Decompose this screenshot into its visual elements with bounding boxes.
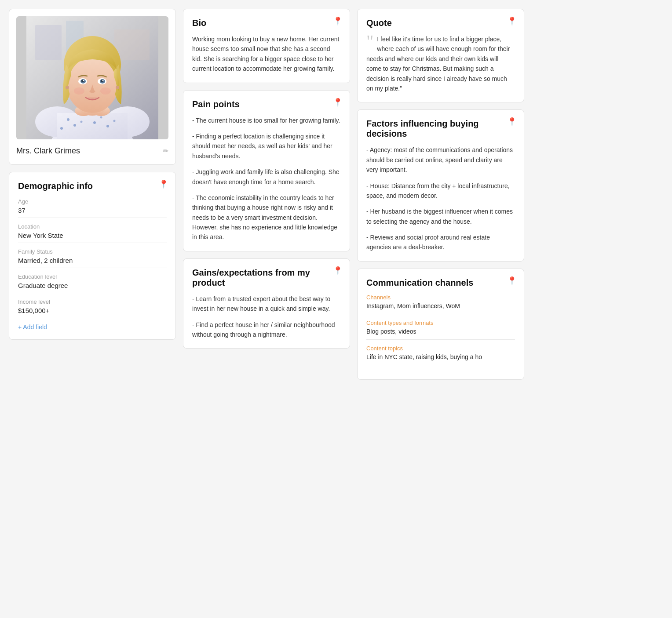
pin-icon-quote[interactable]: 📍 xyxy=(507,16,517,26)
svg-point-14 xyxy=(93,121,96,124)
bio-title: Bio xyxy=(192,18,341,28)
pain-point-2: - Finding a perfect location is challeng… xyxy=(192,131,341,161)
pin-icon-factors[interactable]: 📍 xyxy=(507,117,517,127)
profile-name-row: Mrs. Clark Grimes ✏ xyxy=(16,145,168,157)
svg-point-13 xyxy=(80,121,83,123)
location-field: Location New York State xyxy=(18,223,167,243)
svg-point-33 xyxy=(74,87,84,95)
bio-card: 📍 Bio Working mom looking to buy a new h… xyxy=(183,9,350,83)
factors-card: 📍 Factors influencing buying decisions -… xyxy=(357,109,524,262)
income-field: Income level $150,000+ xyxy=(18,298,167,318)
content-topics-value: Life in NYC state, raising kids, buying … xyxy=(366,353,515,365)
svg-point-35 xyxy=(66,86,69,89)
factors-body: - Agency: most of the communications and… xyxy=(366,145,515,252)
income-value: $150,000+ xyxy=(18,307,167,318)
communication-card: 📍 Communication channels Channels Instag… xyxy=(357,269,524,380)
svg-point-34 xyxy=(100,87,111,95)
content-types-value: Blog posts, videos xyxy=(366,328,515,340)
pin-icon-pain-points[interactable]: 📍 xyxy=(333,98,343,107)
gains-body: - Learn from a trusted expert about the … xyxy=(192,294,341,340)
edit-icon[interactable]: ✏ xyxy=(163,147,168,155)
pain-points-title: Pain points xyxy=(192,99,341,109)
left-column: Mrs. Clark Grimes ✏ 📍 Demographic info A… xyxy=(9,9,176,380)
svg-point-32 xyxy=(102,80,104,81)
family-status-label: Family Status xyxy=(18,248,167,255)
channels-field: Channels Instagram, Mom influencers, WoM xyxy=(366,294,515,314)
svg-point-18 xyxy=(60,127,63,130)
svg-point-11 xyxy=(67,118,69,121)
gain-2: - Find a perfect house in her / similar … xyxy=(192,320,341,340)
pin-icon-demographic[interactable]: 📍 xyxy=(159,179,168,189)
gains-card: 📍 Gains/expectations from my product - L… xyxy=(183,258,350,349)
factor-2: - House: Distance from the city + local … xyxy=(366,181,515,201)
svg-point-36 xyxy=(116,86,119,89)
svg-point-15 xyxy=(100,116,102,119)
pain-point-3: - Juggling work and family life is also … xyxy=(192,167,341,187)
pin-icon-gains[interactable]: 📍 xyxy=(333,266,343,276)
profile-image xyxy=(16,16,168,139)
content-topics-label: Content topics xyxy=(366,345,515,352)
pain-points-body: - The current house is too small for her… xyxy=(192,116,341,242)
add-field-button[interactable]: + Add field xyxy=(18,324,47,331)
education-label: Education level xyxy=(18,273,167,280)
quote-mark: " xyxy=(366,33,373,50)
svg-rect-4 xyxy=(114,29,150,60)
profile-name: Mrs. Clark Grimes xyxy=(16,146,80,156)
income-label: Income level xyxy=(18,298,167,305)
family-status-value: Married, 2 children xyxy=(18,257,167,268)
quote-text: I feel like it's time for us to find a b… xyxy=(366,36,510,92)
age-value: 37 xyxy=(18,207,167,218)
svg-rect-10 xyxy=(57,113,128,139)
content-topics-field: Content topics Life in NYC state, raisin… xyxy=(366,345,515,365)
profile-image-container xyxy=(16,16,168,139)
gain-1: - Learn from a trusted expert about the … xyxy=(192,294,341,314)
demographic-title: Demographic info xyxy=(18,181,167,191)
middle-column: 📍 Bio Working mom looking to buy a new h… xyxy=(183,9,350,380)
education-value: Graduate degree xyxy=(18,282,167,293)
factors-title: Factors influencing buying decisions xyxy=(366,119,515,139)
pain-points-card: 📍 Pain points - The current house is too… xyxy=(183,90,350,251)
svg-point-17 xyxy=(113,120,116,122)
demographic-card: 📍 Demographic info Age 37 Location New Y… xyxy=(9,172,176,340)
communication-title: Communication channels xyxy=(366,278,515,288)
gains-title: Gains/expectations from my product xyxy=(192,268,341,288)
channels-value: Instagram, Mom influencers, WoM xyxy=(366,302,515,314)
factor-4: - Reviews and social proof around real e… xyxy=(366,233,515,252)
profile-card: Mrs. Clark Grimes ✏ xyxy=(9,9,176,165)
location-label: Location xyxy=(18,223,167,230)
pin-icon-communication[interactable]: 📍 xyxy=(507,276,517,286)
quote-card: 📍 Quote " I feel like it's time for us t… xyxy=(357,9,524,102)
svg-point-31 xyxy=(83,80,84,81)
education-field: Education level Graduate degree xyxy=(18,273,167,293)
svg-point-12 xyxy=(73,124,76,127)
right-column: 📍 Quote " I feel like it's time for us t… xyxy=(357,9,524,380)
content-types-field: Content types and formats Blog posts, vi… xyxy=(366,320,515,340)
quote-title: Quote xyxy=(366,18,515,28)
svg-rect-2 xyxy=(35,25,62,60)
pain-point-1: - The current house is too small for her… xyxy=(192,116,341,125)
channels-label: Channels xyxy=(366,294,515,301)
factor-1: - Agency: most of the communications and… xyxy=(366,145,515,174)
family-status-field: Family Status Married, 2 children xyxy=(18,248,167,268)
age-field: Age 37 xyxy=(18,198,167,218)
svg-point-16 xyxy=(106,125,109,127)
content-types-label: Content types and formats xyxy=(366,320,515,326)
pin-icon-bio[interactable]: 📍 xyxy=(333,16,343,26)
pain-point-4: - The economic instability in the countr… xyxy=(192,193,341,242)
bio-text: Working mom looking to buy a new home. H… xyxy=(192,34,341,74)
quote-body: " I feel like it's time for us to find a… xyxy=(366,34,515,93)
location-value: New York State xyxy=(18,232,167,243)
factor-3: - Her husband is the biggest influencer … xyxy=(366,207,515,226)
age-label: Age xyxy=(18,198,167,205)
